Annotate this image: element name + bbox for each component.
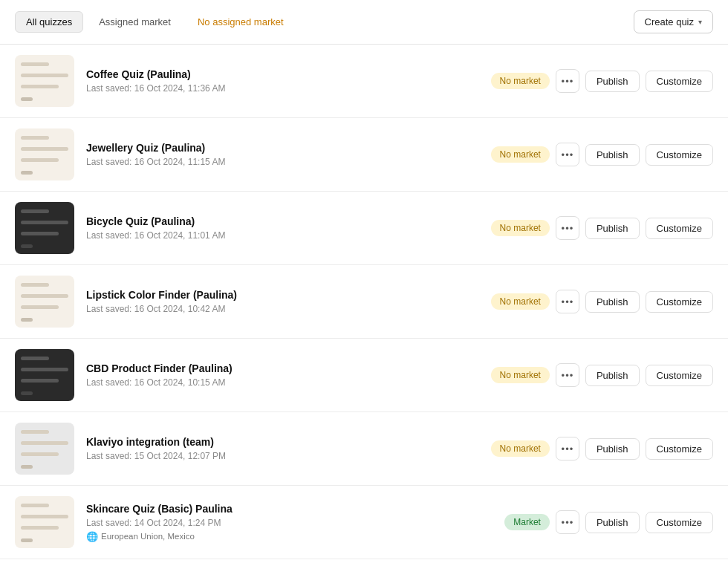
more-options-button[interactable]: •••: [556, 143, 579, 166]
market-badge: No market: [491, 367, 550, 383]
create-quiz-button[interactable]: Create quiz ▾: [634, 10, 713, 33]
more-options-button[interactable]: •••: [556, 216, 579, 240]
chevron-down-icon: ▾: [698, 18, 702, 26]
quiz-row: Lipstick Color Finder (Paulina)Last save…: [0, 265, 728, 339]
publish-button[interactable]: Publish: [585, 144, 640, 166]
tab-assigned-market[interactable]: Assigned market: [88, 11, 182, 33]
customize-button[interactable]: Customize: [646, 291, 713, 313]
quiz-row: Bicycle Quiz (Paulina)Last saved: 16 Oct…: [0, 192, 728, 265]
tab-group: All quizzes Assigned market No assigned …: [15, 11, 295, 33]
publish-button[interactable]: Publish: [585, 438, 640, 460]
market-badge: Market: [504, 514, 550, 530]
publish-button[interactable]: Publish: [585, 512, 640, 533]
quiz-row: Jewellery Quiz (Paulina)Last saved: 16 O…: [0, 118, 728, 192]
more-options-button[interactable]: •••: [556, 510, 579, 534]
publish-button[interactable]: Publish: [585, 365, 640, 386]
publish-button[interactable]: Publish: [585, 71, 640, 92]
customize-button[interactable]: Customize: [646, 144, 713, 166]
quiz-name: Lipstick Color Finder (Paulina): [86, 289, 479, 301]
top-bar: All quizzes Assigned market No assigned …: [0, 0, 728, 45]
quiz-info: CBD Product Finder (Paulina)Last saved: …: [86, 362, 479, 388]
tab-all-quizzes[interactable]: All quizzes: [15, 11, 83, 33]
quiz-info: Jewellery Quiz (Paulina)Last saved: 16 O…: [86, 142, 479, 167]
market-badge: No market: [491, 146, 550, 163]
market-badge: No market: [491, 73, 550, 89]
quiz-actions: No market•••PublishCustomize: [491, 363, 713, 387]
market-badge: No market: [491, 220, 550, 236]
customize-button[interactable]: Customize: [646, 512, 713, 533]
quiz-name: CBD Product Finder (Paulina): [86, 362, 479, 374]
market-badge: No market: [491, 293, 550, 310]
publish-button[interactable]: Publish: [585, 291, 640, 313]
create-quiz-label: Create quiz: [645, 16, 694, 27]
customize-button[interactable]: Customize: [646, 218, 713, 239]
quiz-info: Bicycle Quiz (Paulina)Last saved: 16 Oct…: [86, 215, 479, 241]
more-options-button[interactable]: •••: [556, 290, 579, 313]
quiz-last-saved: Last saved: 16 Oct 2024, 10:15 AM: [86, 377, 479, 388]
tab-no-assigned-market[interactable]: No assigned market: [186, 11, 295, 33]
quiz-actions: No market•••PublishCustomize: [491, 143, 713, 166]
quiz-name: Klaviyo integration (team): [86, 436, 479, 448]
quiz-last-saved: Last saved: 15 Oct 2024, 12:07 PM: [86, 451, 479, 461]
quiz-info: Coffee Quiz (Paulina)Last saved: 16 Oct …: [86, 68, 479, 94]
quiz-row: CBD Product Finder (Paulina)Last saved: …: [0, 339, 728, 412]
quiz-row: Coffee Quiz (Paulina)Last saved: 16 Oct …: [0, 45, 728, 118]
quiz-list: Coffee Quiz (Paulina)Last saved: 16 Oct …: [0, 45, 728, 559]
quiz-actions: Market•••PublishCustomize: [504, 510, 713, 534]
quiz-last-saved: Last saved: 16 Oct 2024, 11:15 AM: [86, 157, 479, 167]
more-options-button[interactable]: •••: [556, 363, 579, 387]
publish-button[interactable]: Publish: [585, 218, 640, 239]
quiz-actions: No market•••PublishCustomize: [491, 290, 713, 313]
more-options-button[interactable]: •••: [556, 437, 579, 461]
quiz-info: Klaviyo integration (team)Last saved: 15…: [86, 436, 479, 461]
customize-button[interactable]: Customize: [646, 438, 713, 460]
quiz-market-info: 🌐 European Union, Mexico: [86, 531, 493, 542]
quiz-name: Skincare Quiz (Basic) Paulina: [86, 503, 493, 515]
quiz-row: Skincare Quiz (Basic) PaulinaLast saved:…: [0, 486, 728, 559]
customize-button[interactable]: Customize: [646, 71, 713, 92]
quiz-info: Lipstick Color Finder (Paulina)Last save…: [86, 289, 479, 314]
quiz-actions: No market•••PublishCustomize: [491, 69, 713, 93]
quiz-name: Jewellery Quiz (Paulina): [86, 142, 479, 154]
more-options-button[interactable]: •••: [556, 69, 579, 93]
quiz-actions: No market•••PublishCustomize: [491, 437, 713, 461]
quiz-last-saved: Last saved: 16 Oct 2024, 11:01 AM: [86, 230, 479, 241]
quiz-info: Skincare Quiz (Basic) PaulinaLast saved:…: [86, 503, 493, 542]
quiz-last-saved: Last saved: 16 Oct 2024, 11:36 AM: [86, 83, 479, 94]
quiz-row: Klaviyo integration (team)Last saved: 15…: [0, 412, 728, 486]
quiz-actions: No market•••PublishCustomize: [491, 216, 713, 240]
quiz-name: Bicycle Quiz (Paulina): [86, 215, 479, 227]
market-badge: No market: [491, 440, 550, 457]
customize-button[interactable]: Customize: [646, 365, 713, 386]
quiz-last-saved: Last saved: 16 Oct 2024, 10:42 AM: [86, 304, 479, 314]
quiz-name: Coffee Quiz (Paulina): [86, 68, 479, 80]
quiz-last-saved: Last saved: 14 Oct 2024, 1:24 PM: [86, 518, 493, 528]
